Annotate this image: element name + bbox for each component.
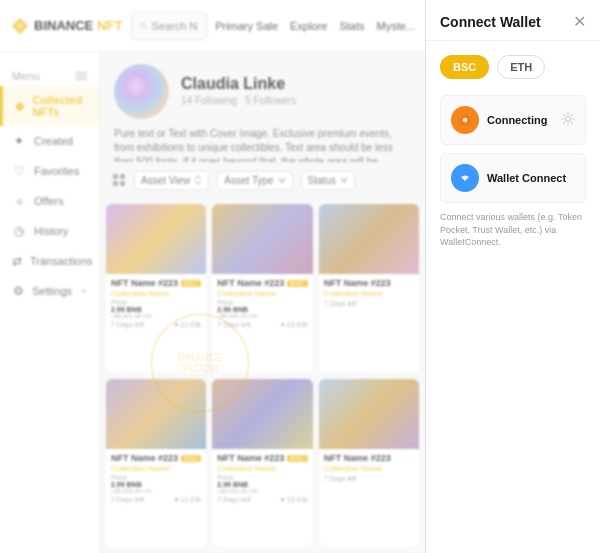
nft-card-4[interactable]: NFT Name #223 BSC Collection Name Price …	[106, 379, 206, 548]
nft-footer-6: 7 Days left	[324, 475, 414, 482]
nft-footer-5: 7 Days left ♥ 13.43k	[217, 496, 307, 503]
nft-image-4	[106, 379, 206, 449]
search-icon	[140, 21, 148, 31]
sidebar-item-transactions[interactable]: ⇄ Transactions	[0, 246, 99, 276]
modal-header: Connect Wallet ✕	[426, 0, 600, 41]
nav-links: Primary Sale Explore Stats Myste...	[215, 20, 415, 32]
modal-title: Connect Wallet	[440, 14, 541, 30]
nav-explore[interactable]: Explore	[290, 20, 327, 32]
nav-primary-sale[interactable]: Primary Sale	[215, 20, 278, 32]
nft-price-usd-2: +$0,001.00 US	[217, 313, 307, 319]
sidebar-item-favorites[interactable]: ♡ Favorites	[0, 156, 99, 186]
transactions-icon: ⇄	[12, 254, 22, 268]
history-icon: ◷	[12, 224, 26, 238]
modal-close-button[interactable]: ✕	[573, 14, 586, 30]
svg-rect-6	[75, 79, 87, 81]
metamask-settings-icon[interactable]	[561, 112, 575, 129]
asset-toolbar: Asset View Asset Type Status	[100, 162, 425, 198]
nft-name-3: NFT Name #223	[324, 278, 391, 288]
nft-days-1: 7 Days left	[111, 321, 144, 328]
wallet-option-metamask[interactable]: Connecting	[440, 95, 586, 145]
nft-card-2[interactable]: NFT Name #223 BSC Collection Name Price …	[212, 204, 312, 373]
brand-nft: NFT	[97, 18, 122, 33]
nft-price-usd-1: +$0,001.00 US	[111, 313, 201, 319]
metamask-name: Connecting	[487, 114, 548, 126]
nft-card-3[interactable]: NFT Name #223 Collection Name 7 Days lef…	[319, 204, 419, 373]
settings-chevron-icon	[80, 287, 87, 295]
chain-tab-bsc[interactable]: BSC	[440, 55, 489, 79]
nft-collection-3: Collection Name	[324, 289, 414, 298]
asset-type-btn[interactable]: Asset Type	[217, 171, 292, 190]
nft-card-1[interactable]: NFT Name #223 BSC Collection Name Price …	[106, 204, 206, 373]
svg-line-3	[145, 27, 147, 29]
nft-price-usd-4: +$0,001.00 US	[111, 488, 201, 494]
nft-price-4: 2.99 BNB	[111, 481, 201, 488]
sidebar-item-settings[interactable]: ⚙ Settings	[0, 276, 99, 306]
followers-label: Followers	[254, 95, 297, 106]
nft-likes-4: ♥ 11.63k	[174, 496, 201, 503]
search-bar[interactable]	[131, 12, 208, 40]
sidebar-item-transactions-label: Transactions	[30, 255, 93, 267]
svg-rect-7	[113, 174, 118, 179]
sidebar-menu-label: Menu	[0, 62, 99, 86]
svg-rect-9	[113, 181, 118, 186]
nft-card-5[interactable]: NFT Name #223 BSC Collection Name Price …	[212, 379, 312, 548]
nft-card-6[interactable]: NFT Name #223 Collection Name 7 Days lef…	[319, 379, 419, 548]
svg-rect-10	[120, 181, 125, 186]
metamask-info: Connecting	[487, 114, 548, 126]
status-chevron-icon	[340, 176, 348, 184]
sidebar-item-collected[interactable]: ◈ Collected NFTs	[0, 86, 99, 126]
nft-info-3: NFT Name #223 Collection Name 7 Days lef…	[319, 274, 419, 311]
nft-days-2: 7 Days left	[217, 321, 250, 328]
nft-price-usd-5: +$0,001.00 US	[217, 488, 307, 494]
sidebar-item-created[interactable]: ✦ Created	[0, 126, 99, 156]
asset-view-btn[interactable]: Asset View	[134, 171, 209, 190]
followers-count: 5	[245, 95, 251, 106]
sidebar-item-offers[interactable]: ⟐ Offers	[0, 186, 99, 216]
nft-collection-1: Collection Name	[111, 289, 201, 298]
nav-stats[interactable]: Stats	[339, 20, 364, 32]
svg-point-14	[566, 116, 571, 121]
svg-rect-8	[120, 174, 125, 179]
profile-header: Claudia Linke 14 Following 5 Followers	[114, 64, 411, 119]
nft-info-6: NFT Name #223 Collection Name 7 Days lef…	[319, 449, 419, 486]
nav-mystery[interactable]: Myste...	[376, 20, 415, 32]
nft-grid: NFT Name #223 BSC Collection Name Price …	[100, 198, 425, 553]
nft-name-5: NFT Name #223	[217, 453, 284, 463]
svg-rect-5	[75, 75, 87, 77]
sidebar-item-collected-label: Collected NFTs	[33, 94, 87, 118]
nft-image-3	[319, 204, 419, 274]
nft-image-6	[319, 379, 419, 449]
nft-name-6: NFT Name #223	[324, 453, 391, 463]
nft-image-1	[106, 204, 206, 274]
nft-price-2: 2.99 BNB	[217, 306, 307, 313]
settings-icon: ⚙	[12, 284, 24, 298]
nft-days-4: 7 Days left	[111, 496, 144, 503]
nft-days-6: 7 Days left	[324, 475, 357, 482]
nft-name-1: NFT Name #223	[111, 278, 178, 288]
nft-price-label-5: Price	[217, 474, 307, 481]
status-btn[interactable]: Status	[301, 171, 355, 190]
svg-rect-4	[75, 72, 87, 74]
svg-point-2	[140, 22, 145, 27]
nft-badge-1: BSC	[181, 280, 201, 287]
asset-view-sort-icon	[194, 176, 202, 184]
asset-type-chevron-icon	[278, 176, 286, 184]
search-input[interactable]	[151, 20, 198, 32]
nft-footer-2: 7 Days left ♥ 03.43k	[217, 321, 307, 328]
nft-collection-2: Collection Name	[217, 289, 307, 298]
avatar	[114, 64, 169, 119]
wallet-option-walletconnect[interactable]: Wallet Connect	[440, 153, 586, 203]
brand-name: BINANCE	[34, 18, 93, 33]
sidebar-item-history[interactable]: ◷ History	[0, 216, 99, 246]
nft-info-4: NFT Name #223 BSC Collection Name Price …	[106, 449, 206, 507]
metamask-icon	[451, 106, 479, 134]
asset-type-label: Asset Type	[224, 175, 273, 186]
collected-icon: ◈	[15, 99, 25, 113]
logo[interactable]: BINANCE NFT	[10, 16, 123, 36]
wallet-wc-left: Wallet Connect	[451, 164, 566, 192]
binance-logo-icon	[10, 16, 30, 36]
chain-tab-eth[interactable]: ETH	[497, 55, 545, 79]
nft-collection-6: Collection Name	[324, 464, 414, 473]
nft-name-2: NFT Name #223	[217, 278, 284, 288]
